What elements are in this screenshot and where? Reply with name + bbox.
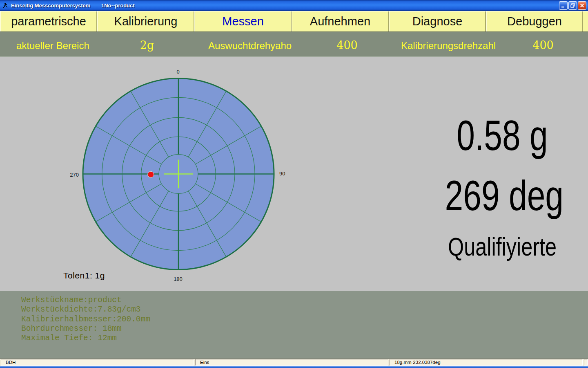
workpiece-name-line: Werkstückname:product xyxy=(21,296,150,305)
max-depth-line: Maximale Tiefe: 12mm xyxy=(21,334,150,343)
workpiece-density-line: Werkstückdichte:7.83g/cm3 xyxy=(21,305,150,314)
info-bar: aktueller Bereich 2g Auswuchtdrehyaho 40… xyxy=(0,31,588,57)
balancing-speed-label: Auswuchtdrehyaho xyxy=(208,40,292,52)
status-bar: BDH Eins 18g.mm-232.0387deg xyxy=(0,359,588,366)
status-segment-state: Eins xyxy=(195,359,388,366)
minimize-button[interactable] xyxy=(559,1,568,10)
calibration-radius-line: Kalibrierhalbmesser:200.0mm xyxy=(21,315,150,324)
app-window: Einseitig Messcomputersystem 1No--produc… xyxy=(0,0,588,368)
status-segment-reading: 18g.mm-232.0387deg xyxy=(390,359,583,366)
angle-label-180: 180 xyxy=(174,276,183,282)
close-button[interactable] xyxy=(578,1,586,10)
balancing-speed-value: 400 xyxy=(330,39,364,52)
tab-debuggen[interactable]: Debuggen xyxy=(486,11,583,31)
calibration-speed-label: Kalibrierungsdrehzahl xyxy=(401,40,496,52)
tolerance-label: Tolen1: 1g xyxy=(63,271,105,280)
angle-label-270: 270 xyxy=(70,172,79,178)
tab-bar: parametrische Kalibrierung Messen Aufneh… xyxy=(0,11,588,31)
unbalance-angle-readout: 269 deg xyxy=(445,175,560,217)
tab-bar-filler xyxy=(583,11,588,31)
polar-chart: 0 90 180 270 xyxy=(61,61,298,289)
app-icon xyxy=(2,2,9,9)
unbalance-point xyxy=(148,171,154,177)
window-bottom-border xyxy=(0,366,588,368)
workpiece-panel: Werkstückname:product Werkstückdichte:7.… xyxy=(0,291,588,359)
qualification-status: Qualifiyierte xyxy=(443,234,561,260)
measurement-area: 0 90 180 270 Tolen1: 1g 0.58 g 269 deg Q… xyxy=(0,57,588,291)
close-icon xyxy=(579,3,585,8)
angle-label-90: 90 xyxy=(279,171,285,177)
status-segment-mode: BDH xyxy=(1,359,194,366)
tab-aufnehmen[interactable]: Aufnehmen xyxy=(292,11,389,31)
restore-icon xyxy=(570,3,575,8)
current-range-label: aktueller Bereich xyxy=(16,40,89,52)
restore-button[interactable] xyxy=(568,1,577,10)
polar-chart-svg: 0 90 180 270 xyxy=(61,61,298,289)
current-range-value: 2g xyxy=(133,39,161,52)
angle-label-0: 0 xyxy=(176,69,179,75)
minimize-icon xyxy=(561,3,566,8)
tab-parametrische[interactable]: parametrische xyxy=(0,11,97,31)
window-product-label: 1No--product xyxy=(101,2,135,9)
bore-diameter-line: Bohrdurchmesser: 18mm xyxy=(21,324,150,334)
title-bar: Einseitig Messcomputersystem 1No--produc… xyxy=(0,0,588,11)
status-segment-grip xyxy=(584,359,588,366)
tab-messen[interactable]: Messen xyxy=(194,11,292,31)
window-title: Einseitig Messcomputersystem xyxy=(11,2,90,9)
tab-kalibrierung[interactable]: Kalibrierung xyxy=(97,11,194,31)
calibration-speed-value: 400 xyxy=(526,39,560,52)
tab-diagnose[interactable]: Diagnose xyxy=(389,11,486,31)
unbalance-value-readout: 0.58 g xyxy=(445,114,560,157)
